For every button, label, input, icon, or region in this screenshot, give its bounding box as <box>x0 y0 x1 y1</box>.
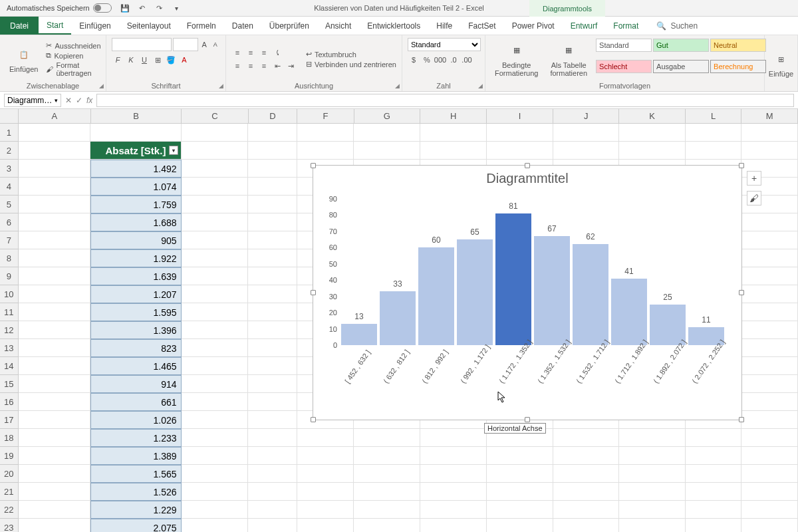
cell[interactable]: 914 <box>90 375 181 393</box>
cell[interactable]: 1.465 <box>90 357 181 375</box>
row-header[interactable]: 21 <box>0 483 19 501</box>
dialog-launcher-icon[interactable]: ◢ <box>478 82 483 89</box>
dialog-launcher-icon[interactable]: ◢ <box>99 82 104 89</box>
chart-y-axis[interactable]: 0102030405060708090 <box>323 199 338 345</box>
style-gut[interactable]: Gut <box>653 39 709 52</box>
font-size-select[interactable] <box>173 38 198 51</box>
cut-button[interactable]: ✂Ausschneiden <box>46 41 100 50</box>
align-top-icon[interactable]: ≡ <box>231 47 243 59</box>
col-header[interactable]: M <box>741 109 798 124</box>
cell[interactable]: 905 <box>90 231 181 249</box>
cell[interactable] <box>686 124 742 142</box>
chart-bar[interactable] <box>457 239 493 345</box>
currency-icon[interactable]: $ <box>408 54 420 66</box>
toggle-icon[interactable] <box>93 3 112 13</box>
cell[interactable] <box>619 519 685 532</box>
resize-handle[interactable] <box>739 163 744 168</box>
comma-icon[interactable]: 000 <box>434 54 446 66</box>
cell[interactable] <box>619 483 685 501</box>
cell[interactable] <box>741 465 798 483</box>
cell[interactable] <box>420 124 487 142</box>
cell[interactable] <box>741 303 798 321</box>
cell[interactable] <box>741 213 798 231</box>
cell[interactable] <box>420 447 487 465</box>
cell[interactable] <box>182 321 248 339</box>
cell[interactable] <box>19 196 91 213</box>
cell[interactable] <box>487 483 553 501</box>
cell[interactable] <box>182 393 248 411</box>
redo-icon[interactable]: ↷ <box>154 3 165 13</box>
cell[interactable] <box>19 465 91 483</box>
orientation-icon[interactable]: ⤹ <box>271 47 283 59</box>
cell[interactable] <box>354 483 420 501</box>
border-icon[interactable]: ⊞ <box>152 54 164 66</box>
cell[interactable] <box>741 321 798 339</box>
row-header[interactable]: 4 <box>0 178 19 196</box>
row-header[interactable]: 23 <box>0 519 19 532</box>
cell[interactable]: 2.075 <box>90 519 181 532</box>
cell[interactable] <box>182 411 248 429</box>
fx-icon[interactable]: fx <box>86 96 92 105</box>
align-left-icon[interactable]: ≡ <box>231 60 243 72</box>
cell[interactable] <box>297 447 354 465</box>
cell[interactable]: 1.207 <box>90 285 181 303</box>
cell[interactable] <box>19 142 91 160</box>
cell[interactable]: 1.026 <box>90 411 181 429</box>
cell[interactable] <box>19 429 91 447</box>
cell[interactable] <box>19 267 91 285</box>
cell[interactable] <box>741 285 798 303</box>
tab-chart-format[interactable]: Format <box>605 17 646 35</box>
cell[interactable]: 661 <box>90 393 181 411</box>
name-box[interactable]: Diagramm… ▾ <box>4 94 61 107</box>
cell[interactable] <box>248 303 297 321</box>
resize-handle[interactable] <box>311 290 316 295</box>
tab-powerpivot[interactable]: Power Pivot <box>504 17 563 35</box>
align-center-icon[interactable]: ≡ <box>245 60 257 72</box>
cell[interactable] <box>248 411 297 429</box>
autosave-toggle[interactable]: Automatisches Speichern <box>7 3 112 13</box>
resize-handle[interactable] <box>311 163 316 168</box>
col-header[interactable]: G <box>354 109 420 124</box>
cell[interactable] <box>741 483 798 501</box>
cell[interactable] <box>553 483 619 501</box>
cell[interactable] <box>354 519 420 532</box>
cell[interactable] <box>182 267 248 285</box>
cell[interactable] <box>248 249 297 267</box>
cell[interactable] <box>182 231 248 249</box>
cell[interactable] <box>182 178 248 196</box>
decrease-indent-icon[interactable]: ⇤ <box>271 60 283 72</box>
format-painter-button[interactable]: 🖌Format übertragen <box>46 61 100 77</box>
cell[interactable] <box>741 393 798 411</box>
tab-page-layout[interactable]: Seitenlayout <box>119 17 179 35</box>
cell[interactable] <box>741 231 798 249</box>
resize-handle[interactable] <box>739 417 744 422</box>
enter-icon[interactable]: ✓ <box>76 96 82 105</box>
row-header[interactable]: 13 <box>0 339 19 357</box>
increase-indent-icon[interactable]: ⇥ <box>285 60 297 72</box>
cell[interactable]: 1.526 <box>90 483 181 501</box>
merge-center-button[interactable]: ⊟Verbinden und zentrieren <box>306 60 396 68</box>
cell[interactable] <box>248 519 297 532</box>
cell[interactable] <box>248 124 297 142</box>
italic-icon[interactable]: K <box>125 54 137 66</box>
resize-handle[interactable] <box>525 417 530 422</box>
chart-bar[interactable] <box>418 247 454 345</box>
cell[interactable] <box>182 124 248 142</box>
cell[interactable] <box>248 429 297 447</box>
cell[interactable]: 1.922 <box>90 249 181 267</box>
col-header[interactable]: J <box>553 109 619 124</box>
cell[interactable] <box>182 249 248 267</box>
wrap-text-button[interactable]: ↩Textumbruch <box>306 50 396 59</box>
cell[interactable] <box>248 231 297 249</box>
cell[interactable] <box>19 249 91 267</box>
percent-icon[interactable]: % <box>421 54 433 66</box>
cell[interactable]: 1.233 <box>90 429 181 447</box>
number-format-select[interactable]: Standard <box>408 38 481 51</box>
col-header[interactable]: B <box>91 109 182 124</box>
col-header[interactable]: C <box>182 109 248 124</box>
qat-dropdown-icon[interactable]: ▾ <box>172 3 182 13</box>
tab-help[interactable]: Hilfe <box>428 17 460 35</box>
cell[interactable] <box>19 321 91 339</box>
cell[interactable] <box>420 501 487 519</box>
col-header[interactable]: D <box>249 109 297 124</box>
